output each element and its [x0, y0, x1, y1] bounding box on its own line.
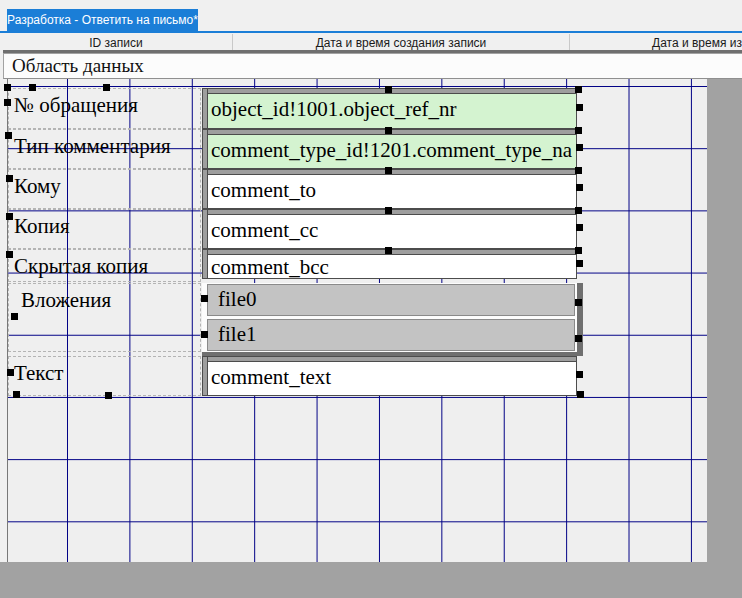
field-file1[interactable]: file1: [207, 319, 575, 351]
field-object-ref-number[interactable]: object_id!1001.object_ref_nr: [202, 88, 577, 129]
field-border-left: [203, 170, 208, 208]
selection-handle[interactable]: [6, 175, 13, 182]
selection-handle[interactable]: [385, 127, 392, 134]
selection-handle[interactable]: [576, 144, 583, 151]
selection-handle[interactable]: [105, 392, 112, 399]
designer-left-gutter: [0, 79, 8, 562]
out-of-canvas-right: [707, 79, 742, 562]
selection-handle[interactable]: [576, 184, 583, 191]
selection-handle[interactable]: [576, 371, 583, 378]
selection-handle[interactable]: [575, 86, 582, 93]
selection-handle[interactable]: [577, 391, 584, 398]
label-text[interactable]: Текст: [8, 356, 201, 396]
selection-handle[interactable]: [103, 84, 110, 91]
selection-handle[interactable]: [4, 99, 11, 106]
attachments-subform[interactable]: file0 file1: [202, 283, 583, 356]
selection-handle[interactable]: [385, 247, 392, 254]
field-border-left: [203, 130, 208, 168]
label-request-number[interactable]: № обращения: [8, 88, 201, 129]
field-comment-type[interactable]: comment_type_id!1201.comment_type_na: [202, 129, 577, 169]
selection-handle[interactable]: [4, 84, 11, 91]
selection-handle[interactable]: [575, 335, 582, 342]
selection-handle[interactable]: [201, 331, 208, 338]
selection-handle[interactable]: [575, 247, 582, 254]
field-file0[interactable]: file0: [207, 284, 575, 316]
selection-handle[interactable]: [575, 299, 582, 306]
label-cc[interactable]: Копия: [8, 209, 201, 249]
tab-development-reply-letter[interactable]: Разработка - Ответить на письмо*: [7, 9, 198, 31]
label-bcc[interactable]: Скрытая копия: [8, 249, 201, 282]
field-border-left: [203, 210, 208, 248]
selection-handle[interactable]: [576, 224, 583, 231]
selection-handle[interactable]: [576, 260, 583, 267]
selection-handle[interactable]: [13, 391, 20, 398]
selection-handle[interactable]: [11, 313, 18, 320]
label-comment-type[interactable]: Тип комментария: [8, 129, 201, 169]
selection-handle[interactable]: [575, 127, 582, 134]
band-header-data-area[interactable]: Область данных: [3, 53, 742, 79]
field-comment-text[interactable]: comment_text: [202, 356, 577, 396]
field-comment-cc[interactable]: comment_cc: [202, 209, 577, 249]
out-of-canvas-bottom: [0, 562, 742, 598]
selection-handle[interactable]: [201, 295, 208, 302]
form-designer-window: { "tab": { "title": "Разработка - Ответи…: [0, 0, 742, 598]
selection-handle[interactable]: [385, 207, 392, 214]
selection-handle[interactable]: [575, 167, 582, 174]
label-attachments[interactable]: Вложения: [8, 283, 201, 352]
selection-handle[interactable]: [385, 167, 392, 174]
field-comment-to[interactable]: comment_to: [202, 169, 577, 209]
field-border-left: [203, 357, 208, 395]
field-border-left: [203, 89, 208, 128]
selection-handle[interactable]: [6, 251, 13, 258]
field-border-top: [203, 357, 576, 362]
selection-handle[interactable]: [385, 86, 392, 93]
field-border-left: [203, 250, 208, 278]
selection-handle[interactable]: [5, 132, 12, 139]
selection-handle[interactable]: [29, 84, 36, 91]
selection-handle[interactable]: [7, 369, 14, 376]
selection-handle[interactable]: [575, 207, 582, 214]
selection-handle[interactable]: [6, 213, 13, 220]
label-to[interactable]: Кому: [8, 169, 201, 209]
selection-handle[interactable]: [576, 104, 583, 111]
